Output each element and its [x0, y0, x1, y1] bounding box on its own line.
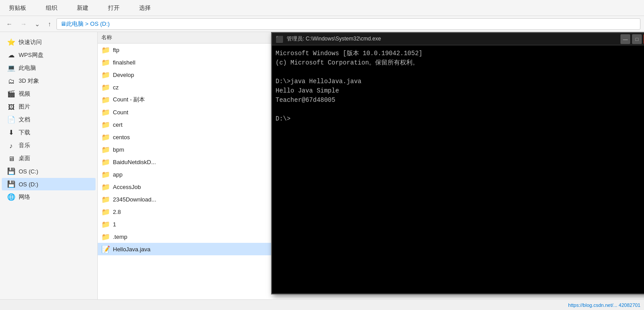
sidebar-label-3d: 3D 对象	[19, 77, 39, 85]
sidebar-item-network[interactable]: 🌐 网络	[2, 191, 96, 203]
sidebar-label-quick-access: 快速访问	[19, 38, 42, 46]
address-bar: ← → ⌄ ↑ 🖥 此电脑 > OS (D:)	[0, 16, 644, 32]
folder-icon: 📁	[101, 158, 110, 166]
sidebar-item-os-d[interactable]: 💾 OS (D:)	[2, 178, 96, 190]
toolbar-organize[interactable]: 组织	[40, 0, 63, 16]
sidebar-label-downloads: 下载	[19, 129, 30, 137]
sidebar-label-music: 音乐	[19, 141, 30, 149]
star-icon: ⭐	[7, 38, 15, 46]
toolbar-open[interactable]: 打开	[103, 0, 125, 16]
sidebar-item-quick-access[interactable]: ⭐ 快速访问	[2, 36, 96, 48]
cmd-content[interactable]: Microsoft Windows [版本 10.0.19042.1052] (…	[272, 45, 644, 294]
folder-icon: 📁	[101, 183, 110, 191]
folder-icon: 📁	[101, 121, 110, 129]
cmd-window: ⬛ 管理员: C:\Windows\System32\cmd.exe — □ ✕…	[271, 32, 644, 294]
folder-icon: 📁	[101, 83, 110, 92]
folder-icon: 📁	[101, 58, 110, 67]
cloud-icon: ☁	[7, 51, 15, 59]
sidebar-item-music[interactable]: ♪ 音乐	[2, 139, 96, 152]
toolbar: 剪贴板 组织 新建 打开 选择	[0, 0, 644, 16]
main-area: ⭐ 快速访问 ☁ WPS网盘 💻 此电脑 🗂 3D 对象 🎬 视频 🖼 图片 📄…	[0, 32, 644, 299]
sidebar-item-desktop[interactable]: 🖥 桌面	[2, 152, 96, 165]
recent-button[interactable]: ⌄	[32, 19, 43, 29]
folder-icon: 📁	[101, 71, 110, 79]
computer-icon: 💻	[7, 64, 15, 72]
network-icon: 🌐	[7, 193, 15, 201]
cmd-app-icon: ⬛	[276, 36, 283, 43]
cmd-controls: — □ ✕	[620, 34, 644, 44]
sidebar-label-computer: 此电脑	[19, 64, 36, 72]
sidebar-item-video[interactable]: 🎬 视频	[2, 88, 96, 100]
forward-button[interactable]: →	[18, 19, 29, 29]
folder-icon: 📁	[101, 195, 110, 204]
sidebar-label-os-d: OS (D:)	[19, 181, 38, 188]
sidebar-label-network: 网络	[19, 193, 30, 201]
drive-c-icon: 💾	[7, 167, 15, 175]
folder-icon: 📁	[101, 208, 110, 216]
cmd-minimize-button[interactable]: —	[620, 34, 630, 44]
sidebar-label-desktop: 桌面	[19, 154, 30, 162]
cmd-maximize-button[interactable]: □	[632, 34, 642, 44]
sidebar-item-downloads[interactable]: ⬇ 下载	[2, 126, 96, 139]
folder-icon: 📁	[101, 96, 110, 104]
sidebar-label-pictures: 图片	[19, 103, 30, 111]
back-button[interactable]: ←	[4, 19, 15, 29]
file-list: 名称 修改日期 类型 大小 📁ftp文件夹📁finalshell文件夹📁Deve…	[98, 32, 644, 299]
address-text: 此电脑 > OS (D:)	[66, 20, 110, 28]
status-bar: https://blog.csdn.net/... 42082701	[0, 299, 644, 310]
status-url: https://blog.csdn.net/... 42082701	[568, 302, 640, 308]
cmd-title: 管理员: C:\Windows\System32\cmd.exe	[287, 35, 617, 43]
sidebar-label-os-c: OS (C:)	[19, 168, 38, 175]
toolbar-clipboard[interactable]: 剪贴板	[4, 0, 32, 16]
sidebar-item-pictures[interactable]: 🖼 图片	[2, 101, 96, 113]
drive-d-icon: 💾	[7, 180, 15, 188]
sidebar-item-computer[interactable]: 💻 此电脑	[2, 62, 96, 74]
document-icon: 📄	[7, 116, 15, 124]
java-file-icon: 📝	[101, 245, 110, 254]
sidebar-item-3d[interactable]: 🗂 3D 对象	[2, 75, 96, 87]
toolbar-new[interactable]: 新建	[72, 0, 94, 16]
sidebar-item-wps[interactable]: ☁ WPS网盘	[2, 49, 96, 61]
desktop-icon: 🖥	[7, 154, 15, 162]
sidebar-label-video: 视频	[19, 90, 30, 98]
computer-icon: 🖥	[60, 20, 66, 27]
folder-icon: 📁	[101, 170, 110, 179]
3d-icon: 🗂	[7, 77, 15, 85]
folder-icon: 📁	[101, 133, 110, 141]
video-icon: 🎬	[7, 90, 15, 98]
folder-icon: 📁	[101, 145, 110, 154]
sidebar-label-wps: WPS网盘	[19, 51, 44, 59]
sidebar-item-os-c[interactable]: 💾 OS (C:)	[2, 165, 96, 177]
toolbar-select[interactable]: 选择	[134, 0, 156, 16]
address-path[interactable]: 🖥 此电脑 > OS (D:)	[56, 18, 640, 30]
up-button[interactable]: ↑	[45, 19, 54, 29]
sidebar-item-documents[interactable]: 📄 文档	[2, 113, 96, 126]
cmd-titlebar: ⬛ 管理员: C:\Windows\System32\cmd.exe — □ ✕	[272, 33, 644, 45]
sidebar-label-documents: 文档	[19, 116, 30, 124]
sidebar: ⭐ 快速访问 ☁ WPS网盘 💻 此电脑 🗂 3D 对象 🎬 视频 🖼 图片 📄…	[0, 32, 98, 299]
download-icon: ⬇	[7, 129, 15, 137]
music-icon: ♪	[7, 141, 15, 149]
folder-icon: 📁	[101, 108, 110, 117]
folder-icon: 📁	[101, 233, 110, 241]
picture-icon: 🖼	[7, 103, 15, 111]
folder-icon: 📁	[101, 220, 110, 229]
folder-icon: 📁	[101, 46, 110, 54]
